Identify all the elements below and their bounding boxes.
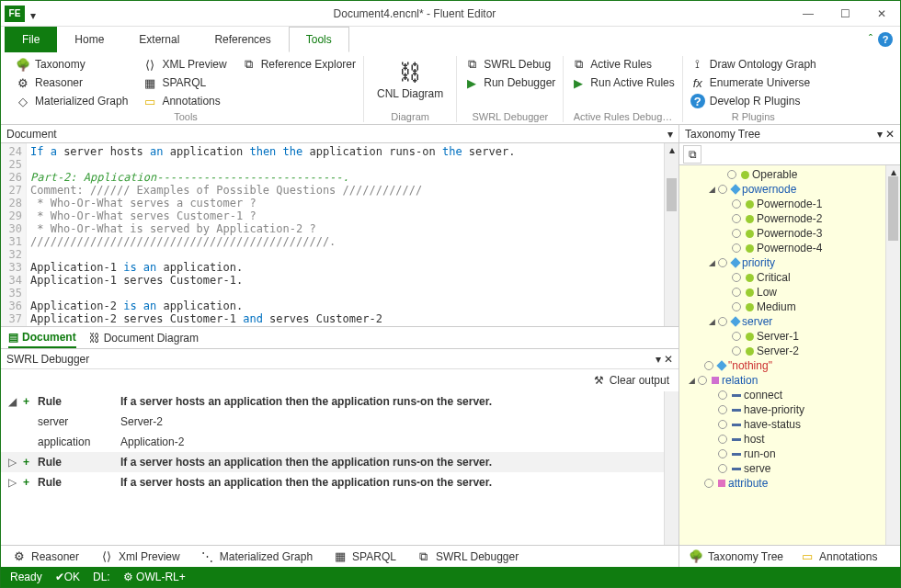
graph-icon: ◇: [16, 94, 30, 108]
btn-enumerate-universe[interactable]: fxEnumerate Universe: [689, 74, 818, 91]
rules-list: ◢ + Rule If a server hosts an applicatio…: [1, 391, 679, 545]
check-icon: ✔: [55, 571, 64, 583]
ribbon: 🌳Taxonomy ⚙Reasoner ◇Materialized Graph …: [1, 52, 900, 125]
group-label-diagram: Diagram: [370, 111, 450, 122]
menu-bar: File Home External References Tools ˆ ?: [1, 27, 900, 52]
tab-file[interactable]: File: [5, 27, 57, 52]
r-plugin-icon: ?: [690, 94, 705, 108]
panel-dropdown-icon[interactable]: ▾: [667, 128, 673, 141]
code-content[interactable]: If a server hosts an application then th…: [27, 143, 679, 326]
sparql-icon: ▦: [143, 75, 157, 90]
tab-annotations[interactable]: ▭Annotations: [798, 548, 879, 565]
btn-swrl-debug[interactable]: ⧉SWRL Debug: [462, 56, 557, 73]
btn-run-active-rules[interactable]: ▶Run Active Rules: [569, 74, 676, 91]
graph-icon: ⋱: [200, 549, 215, 564]
line-gutter: 24 25 26 27 28 29 30 31 32 33 34 35 36 3…: [1, 143, 27, 326]
tab-tools[interactable]: Tools: [289, 27, 349, 52]
btn-run-debugger[interactable]: ▶Run Debugger: [462, 74, 557, 91]
plus-icon: +: [23, 395, 38, 408]
group-label-swrl: SWRL Debugger: [462, 111, 557, 122]
xml-icon: ⟨⟩: [99, 549, 114, 564]
expand-icon[interactable]: ▷: [8, 476, 23, 489]
document-tabs: ▤Document ⛓Document Diagram: [1, 327, 679, 349]
tab-home[interactable]: Home: [57, 27, 121, 52]
btn-reference-explorer[interactable]: ⧉Reference Explorer: [240, 56, 358, 73]
tab-document-diagram[interactable]: ⛓Document Diagram: [89, 329, 199, 347]
diagram-icon: ⛓: [89, 332, 100, 345]
close-button[interactable]: ✕: [863, 1, 900, 27]
tab-taxonomy-tree[interactable]: 🌳Taxonomy Tree: [687, 548, 785, 565]
play-icon: ▶: [571, 75, 586, 90]
plus-icon: +: [23, 456, 38, 469]
btn-cnl-diagram[interactable]: ⛓ CNL Diagram: [370, 56, 450, 102]
group-label-active: Active Rules Debug…: [569, 111, 676, 122]
app-icon: FE: [5, 6, 25, 22]
active-rules-icon: ⧉: [571, 57, 586, 72]
rule-row[interactable]: ▷ + Rule If a server hosts an applicatio…: [1, 472, 679, 492]
btn-taxonomy[interactable]: 🌳Taxonomy: [14, 56, 130, 73]
window-title: Document4.encnl* - Fluent Editor: [40, 7, 790, 20]
rule-detail: application Application-2: [1, 432, 679, 452]
btn-develop-r-plugins[interactable]: ?Develop R Plugins: [689, 93, 818, 109]
pin-icon[interactable]: ▾: [877, 128, 883, 141]
rule-row[interactable]: ▷ + Rule If a server hosts an applicatio…: [1, 452, 679, 472]
document-icon: ▤: [8, 331, 18, 344]
swrl-header: SWRL Debugger ▾ ✕: [1, 349, 679, 369]
document-header: Document ▾: [1, 125, 679, 143]
close-panel-icon[interactable]: ✕: [885, 128, 895, 141]
collapse-icon[interactable]: ◢: [8, 395, 23, 408]
status-dl: DL:: [93, 571, 110, 583]
collapse-ribbon-icon[interactable]: ˆ: [869, 33, 872, 46]
refexp-icon: ⧉: [242, 57, 257, 72]
taxonomy-tabs: 🌳Taxonomy Tree ▭Annotations: [679, 545, 900, 567]
tree-tool-button[interactable]: ⧉: [683, 145, 701, 164]
tab-btm-reasoner[interactable]: ⚙Reasoner: [10, 548, 81, 565]
maximize-button[interactable]: ☐: [827, 1, 863, 27]
tab-external[interactable]: External: [121, 27, 197, 52]
minimize-button[interactable]: —: [790, 1, 827, 27]
taxonomy-tree[interactable]: Operable ◢powernode Powernode-1 Powernod…: [679, 165, 900, 545]
btn-materialized-graph[interactable]: ◇Materialized Graph: [14, 93, 130, 109]
btn-sparql[interactable]: ▦SPARQL: [141, 74, 228, 91]
annotations-icon: ▭: [800, 549, 815, 564]
tab-document[interactable]: ▤Document: [8, 328, 76, 348]
btn-annotations[interactable]: ▭Annotations: [141, 93, 228, 109]
tab-btm-mat[interactable]: ⋱Materialized Graph: [199, 548, 314, 565]
btn-reasoner[interactable]: ⚙Reasoner: [14, 74, 130, 91]
group-label-rplugins: R Plugins: [689, 111, 818, 122]
ontology-icon: ⟟: [690, 57, 705, 72]
status-ready: Ready: [10, 571, 42, 583]
close-panel-icon[interactable]: ✕: [664, 353, 673, 366]
btn-draw-ontology[interactable]: ⟟Draw Ontology Graph: [689, 56, 818, 73]
tree-icon: 🌳: [689, 549, 703, 564]
reasoner-icon: ⚙: [16, 75, 30, 90]
tab-btm-sparql[interactable]: ▦SPARQL: [331, 548, 398, 565]
status-owl: ⚙ OWL-RL+: [123, 571, 186, 583]
tab-references[interactable]: References: [197, 27, 288, 52]
pin-icon[interactable]: ▾: [656, 353, 661, 366]
taxonomy-header: Taxonomy Tree ▾ ✕: [679, 125, 900, 143]
tree-scrollbar[interactable]: ▴: [885, 165, 900, 545]
code-editor[interactable]: 24 25 26 27 28 29 30 31 32 33 34 35 36 3…: [1, 143, 679, 327]
editor-scrollbar[interactable]: ▴: [664, 143, 679, 326]
bottom-tabs: ⚙Reasoner ⟨⟩Xml Preview ⋱Materialized Gr…: [1, 545, 679, 567]
btn-xml-preview[interactable]: ⟨⟩XML Preview: [141, 56, 228, 73]
status-ok: ✔OK: [55, 571, 80, 583]
fx-icon: fx: [690, 75, 705, 90]
swrl-debug-icon: ⧉: [464, 57, 479, 72]
taxonomy-icon: 🌳: [16, 57, 30, 72]
btn-active-rules[interactable]: ⧉Active Rules: [569, 56, 676, 73]
rules-scrollbar[interactable]: [664, 391, 679, 545]
swrl-icon: ⧉: [416, 549, 431, 564]
group-label-tools: Tools: [14, 111, 358, 122]
expand-icon[interactable]: ▷: [8, 456, 23, 469]
qat-dropdown-icon[interactable]: ▾: [30, 9, 40, 18]
rule-detail: server Server-2: [1, 412, 679, 432]
clear-icon: ⚒: [594, 374, 604, 387]
btn-clear-output[interactable]: Clear output: [610, 374, 669, 387]
tab-btm-xml[interactable]: ⟨⟩Xml Preview: [97, 548, 182, 565]
tab-btm-swrl[interactable]: ⧉SWRL Debugger: [415, 548, 520, 565]
rule-row[interactable]: ◢ + Rule If a server hosts an applicatio…: [1, 391, 679, 412]
help-icon[interactable]: ?: [878, 32, 893, 47]
status-bar: Ready ✔OK DL: ⚙ OWL-RL+: [1, 567, 900, 587]
